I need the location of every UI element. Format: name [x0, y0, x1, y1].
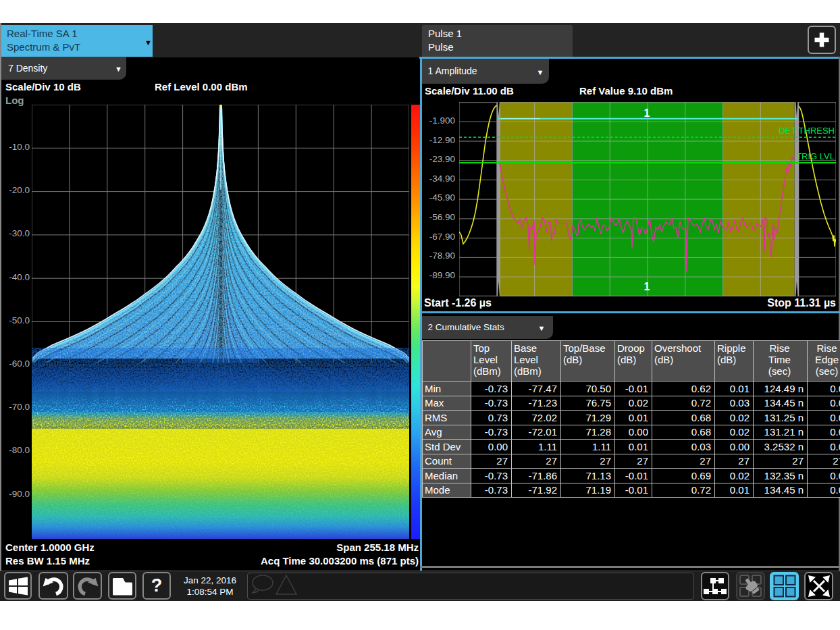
svg-text:DET THRESH: DET THRESH — [779, 126, 835, 136]
svg-text:1: 1 — [644, 107, 650, 119]
svg-text:TRIG LVL: TRIG LVL — [796, 151, 835, 161]
svg-text:1: 1 — [644, 281, 650, 292]
